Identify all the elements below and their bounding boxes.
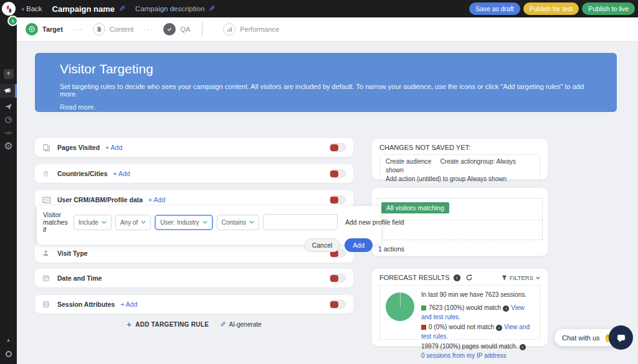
rule-toggle[interactable] (329, 195, 346, 204)
ai-generate-button[interactable]: ✎ AI-generate (220, 320, 261, 329)
edit-description-pencil-icon[interactable]: ✎ (209, 4, 215, 13)
back-button[interactable]: ‹ Back (22, 5, 42, 12)
publish-to-live-button[interactable]: Publish to live (582, 2, 635, 15)
chevron-down-icon (249, 220, 254, 224)
ai-pencil-icon: ✎ (220, 320, 226, 329)
change-item: Create audience (386, 158, 431, 165)
bar-chart-icon (223, 23, 236, 35)
all-visitors-badge[interactable]: All visitors matching (381, 202, 449, 213)
id-card-icon (42, 197, 52, 203)
forecast-title: FORECAST RESULTS (379, 274, 450, 281)
database-icon (42, 301, 52, 309)
chevron-down-icon (102, 220, 107, 224)
forecast-results-panel: FORECAST RESULTS i FILTERS In last 90 mi… (371, 268, 548, 347)
edit-name-pencil-icon[interactable]: ✎ (119, 4, 125, 13)
operator-select[interactable]: Contains (217, 215, 259, 230)
check-icon (163, 23, 176, 35)
read-more-link[interactable]: Read more. (60, 103, 95, 111)
topbar: ‹ Back Campaign name ✎ Campaign descript… (0, 0, 638, 17)
lab-icon[interactable]: ▲ (0, 333, 17, 347)
tab-menu-dots[interactable]: ··· (143, 25, 154, 34)
include-select[interactable]: Include (74, 215, 112, 230)
no-match-legend-swatch (421, 325, 426, 330)
add-new-profile-field-link[interactable]: Add new profile field (345, 218, 404, 226)
rule-row-date-time[interactable]: Date and Time (35, 269, 353, 287)
plus-icon: + (4, 69, 14, 79)
tab-menu-dots[interactable]: ··· (72, 25, 83, 34)
rule-toggle[interactable] (329, 274, 346, 282)
chevron-down-icon (536, 276, 540, 279)
help-icon[interactable] (0, 347, 17, 361)
code-icon[interactable]: </> (0, 126, 17, 139)
info-icon[interactable]: i (503, 306, 509, 312)
cancel-button[interactable]: Cancel (304, 238, 341, 252)
change-item: Add action (untitled) to group Always sh… (386, 175, 534, 184)
add-condition-link[interactable]: + Add (113, 170, 130, 177)
profile-rule-editor: Visitor matches if Include Any of User: … (37, 206, 381, 245)
target-icon (26, 23, 38, 35)
rule-row-session-attributes[interactable]: Session Attributes + Add (35, 295, 353, 314)
app-logo-icon[interactable] (2, 2, 16, 16)
dashboard-gauge-icon[interactable] (0, 113, 17, 126)
visitor-targeting-banner: Visitor Targeting Set targeting rules to… (35, 53, 617, 112)
my-ip-sessions-link[interactable]: 0 sessions from my IP address (421, 351, 534, 361)
campaign-description: Campaign description (135, 5, 204, 12)
calendar-icon (42, 274, 52, 282)
tab-content[interactable]: Content (93, 23, 134, 35)
banner-title: Visitor Targeting (60, 62, 592, 77)
add-condition-link[interactable]: + Add (120, 301, 137, 308)
add-condition-link[interactable]: + Add (105, 144, 122, 151)
chat-launcher-button[interactable] (609, 325, 633, 350)
campaign-steps-tabbar: Target ··· Content ··· QA Performance (17, 17, 638, 42)
changes-not-saved-panel: CHANGES NOT SAVED YET: Create audienceCr… (371, 138, 548, 180)
filter-funnel-icon (502, 275, 507, 281)
filters-button[interactable]: FILTERS (502, 274, 540, 281)
condition-label: Visitor matches if (43, 211, 68, 233)
match-legend-swatch (421, 306, 426, 310)
app-root: ‹ Back Campaign name ✎ Campaign descript… (0, 0, 638, 364)
tab-divider (202, 22, 202, 37)
sidebar-expand-button[interactable]: › (7, 16, 18, 26)
save-as-draft-button[interactable]: Save as draft (469, 2, 520, 15)
chat-bubble-icon (616, 333, 626, 343)
send-plane-icon[interactable] (0, 100, 17, 113)
add-condition-link[interactable]: + Add (148, 196, 165, 203)
tab-performance[interactable]: Performance (223, 23, 279, 35)
location-pin-icon (42, 170, 52, 178)
chevron-down-icon (202, 220, 207, 224)
rule-row-pages-visited[interactable]: Pages Visited + Add (35, 138, 353, 157)
rule-row-countries-cities[interactable]: Countries/Cities + Add (35, 164, 353, 183)
info-icon[interactable]: i (496, 325, 502, 331)
left-sidebar: + </> ⚙ ▲ (0, 17, 17, 364)
refresh-icon[interactable] (465, 274, 473, 281)
tab-qa[interactable]: QA (163, 23, 190, 35)
add-button[interactable]: Add (345, 238, 373, 252)
match-mode-select[interactable]: Any of (115, 215, 151, 230)
settings-gears-icon[interactable]: ⚙ (0, 139, 17, 152)
add-button[interactable]: + (0, 67, 17, 81)
changes-title: CHANGES NOT SAVED YET: (379, 144, 540, 151)
campaigns-megaphone-icon[interactable] (0, 84, 17, 98)
document-icon (93, 23, 105, 35)
forecast-pie-chart (386, 292, 414, 321)
info-icon[interactable]: i (520, 344, 526, 350)
add-targeting-rule-button[interactable]: + ADD TARGETING RULE (126, 320, 209, 329)
chevron-down-icon (141, 220, 146, 224)
pages-icon (42, 144, 52, 152)
profile-field-select[interactable]: User: Industry (155, 215, 212, 230)
forecast-intro: In last 90 min we have 7623 sessions. (421, 290, 534, 300)
value-input[interactable] (263, 214, 338, 230)
info-icon[interactable]: i (454, 274, 460, 281)
rule-toggle[interactable] (329, 300, 346, 309)
rule-toggle[interactable] (329, 169, 346, 178)
banner-description: Set targeting rules to decide who sees y… (60, 83, 592, 98)
audience-dropzone: All visitors matching (377, 198, 543, 220)
actions-count: 1 actions (377, 240, 543, 253)
tab-target[interactable]: Target (26, 23, 63, 35)
plus-icon: + (126, 320, 131, 329)
campaign-name: Campaign name (52, 4, 115, 14)
rule-toggle[interactable] (329, 143, 346, 152)
publish-for-test-button[interactable]: Publish for test (523, 2, 579, 15)
